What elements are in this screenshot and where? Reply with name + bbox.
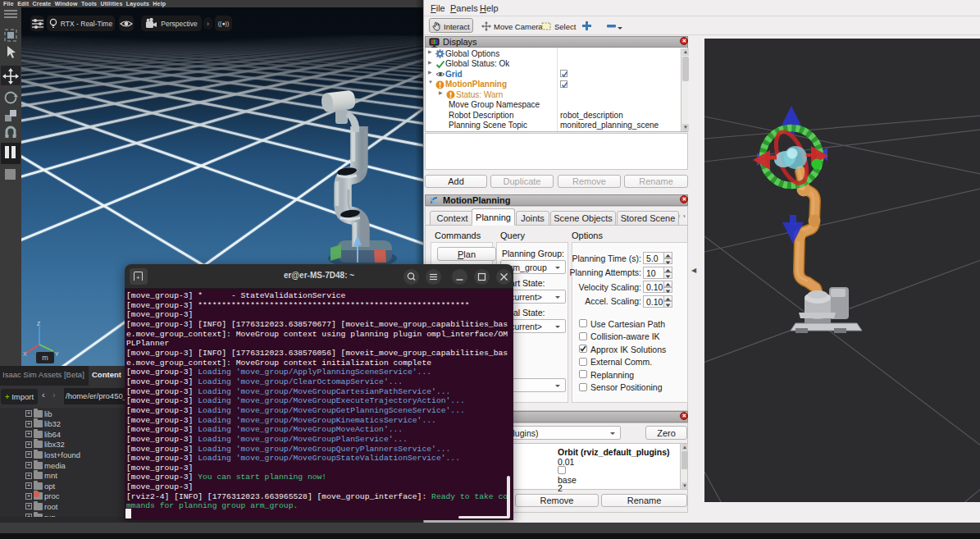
svg-text:Y: Y [55,351,59,356]
svg-text:X: X [23,351,27,356]
svg-text:Z: Z [37,321,41,327]
